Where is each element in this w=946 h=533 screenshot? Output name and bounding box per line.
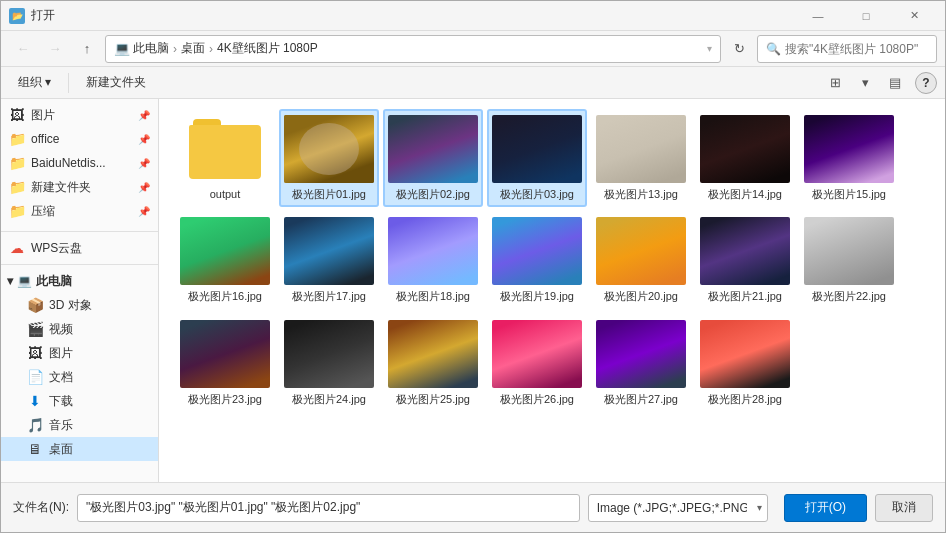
file-item-row3-2[interactable]: 极光图片24.jpg xyxy=(279,314,379,412)
folder-icon xyxy=(189,119,261,179)
folder-body xyxy=(189,125,261,179)
sidebar-computer-header[interactable]: ▾ 💻 此电脑 xyxy=(1,269,158,293)
forward-button[interactable]: → xyxy=(41,35,69,63)
address-dropdown-icon: ▾ xyxy=(707,43,712,54)
view-pane-button[interactable]: ▤ xyxy=(881,71,909,95)
image-thumbnail-r3 xyxy=(388,320,478,388)
view-dropdown-button[interactable]: ▾ xyxy=(851,71,879,95)
file-item-row3-5[interactable]: 极光图片27.jpg xyxy=(591,314,691,412)
refresh-button[interactable]: ↻ xyxy=(725,35,753,63)
new-folder-button[interactable]: 新建文件夹 xyxy=(77,71,155,95)
downloads-icon: ⬇ xyxy=(27,393,43,409)
file-label: 极光图片13.jpg xyxy=(604,187,678,201)
computer-icon: 💻 xyxy=(17,274,32,288)
filetype-select[interactable]: Image (*.JPG;*.JPEG;*.PNG;*.* xyxy=(588,494,768,522)
file-item-jiguang19[interactable]: 极光图片19.jpg xyxy=(487,211,587,309)
window-controls: — □ ✕ xyxy=(795,1,937,31)
expand-icon: ▾ xyxy=(7,274,13,288)
action-buttons: 打开(O) 取消 xyxy=(784,494,933,522)
newfolder-icon: 📁 xyxy=(9,179,25,195)
maximize-button[interactable]: □ xyxy=(843,1,889,31)
sidebar-item-wps[interactable]: ☁ WPS云盘 xyxy=(1,236,158,260)
pin-icon-3: 📌 xyxy=(138,158,150,169)
file-label: 极光图片15.jpg xyxy=(812,187,886,201)
file-label: 极光图片18.jpg xyxy=(396,289,470,303)
image-thumbnail-19 xyxy=(492,217,582,285)
sidebar-item-office[interactable]: 📁 office 📌 xyxy=(1,127,158,151)
file-item-row3-3[interactable]: 极光图片25.jpg xyxy=(383,314,483,412)
filename-label: 文件名(N): xyxy=(13,499,69,516)
sidebar-item-desktop[interactable]: 🖥 桌面 xyxy=(1,437,158,461)
search-box: 🔍 xyxy=(757,35,937,63)
title-bar-left: 📂 打开 xyxy=(9,7,55,24)
sidebar-item-newfolder[interactable]: 📁 新建文件夹 📌 xyxy=(1,175,158,199)
minimize-button[interactable]: — xyxy=(795,1,841,31)
wps-icon: ☁ xyxy=(9,240,25,256)
close-button[interactable]: ✕ xyxy=(891,1,937,31)
file-label: 极光图片03.jpg xyxy=(500,187,574,201)
file-item-jiguang13[interactable]: 极光图片13.jpg xyxy=(591,109,691,207)
file-item-jiguang20[interactable]: 极光图片20.jpg xyxy=(591,211,691,309)
file-label: 极光图片20.jpg xyxy=(604,289,678,303)
file-item-jiguang21[interactable]: 极光图片21.jpg xyxy=(695,211,795,309)
file-item-jiguang02[interactable]: 极光图片02.jpg xyxy=(383,109,483,207)
view-icon-button[interactable]: ⊞ xyxy=(821,71,849,95)
baidu-icon: 📁 xyxy=(9,155,25,171)
bottom-bar: 文件名(N): Image (*.JPG;*.JPEG;*.PNG;*.* 打开… xyxy=(1,482,945,532)
sidebar-item-music[interactable]: 🎵 音乐 xyxy=(1,413,158,437)
file-item-row3-6[interactable]: 极光图片28.jpg xyxy=(695,314,795,412)
file-grid: output 极光图片01.jpg 极光图片02.jpg xyxy=(159,99,945,482)
cancel-button[interactable]: 取消 xyxy=(875,494,933,522)
file-item-jiguang01[interactable]: 极光图片01.jpg xyxy=(279,109,379,207)
open-button[interactable]: 打开(O) xyxy=(784,494,867,522)
image-thumbnail-r1 xyxy=(180,320,270,388)
file-item-jiguang03[interactable]: 极光图片03.jpg xyxy=(487,109,587,207)
address-bar[interactable]: 💻 此电脑 › 桌面 › 4K壁纸图片 1080P ▾ xyxy=(105,35,721,63)
sidebar-item-pictures2[interactable]: 🖼 图片 xyxy=(1,341,158,365)
image-thumbnail-18 xyxy=(388,217,478,285)
file-item-output[interactable]: output xyxy=(175,109,275,207)
file-item-jiguang18[interactable]: 极光图片18.jpg xyxy=(383,211,483,309)
file-label: 极光图片01.jpg xyxy=(292,187,366,201)
image-thumbnail-14 xyxy=(700,115,790,183)
file-item-row3-1[interactable]: 极光图片23.jpg xyxy=(175,314,275,412)
pin-icon-2: 📌 xyxy=(138,134,150,145)
sidebar-item-label: BaiduNetdis... xyxy=(31,156,106,170)
sidebar-item-downloads[interactable]: ⬇ 下载 xyxy=(1,389,158,413)
sidebar-item-documents[interactable]: 📄 文档 xyxy=(1,365,158,389)
back-button[interactable]: ← xyxy=(9,35,37,63)
sidebar-item-video[interactable]: 🎬 视频 xyxy=(1,317,158,341)
file-item-jiguang16[interactable]: 极光图片16.jpg xyxy=(175,211,275,309)
new-folder-label: 新建文件夹 xyxy=(86,74,146,91)
file-item-jiguang17[interactable]: 极光图片17.jpg xyxy=(279,211,379,309)
search-icon: 🔍 xyxy=(766,42,781,56)
pictures-icon: 🖼 xyxy=(9,107,25,123)
file-item-jiguang22[interactable]: 极光图片22.jpg xyxy=(799,211,899,309)
address-computer: 💻 此电脑 xyxy=(114,40,169,57)
pin-icon-5: 📌 xyxy=(138,206,150,217)
sidebar-item-baidu[interactable]: 📁 BaiduNetdis... 📌 xyxy=(1,151,158,175)
file-label: 极光图片19.jpg xyxy=(500,289,574,303)
image-thumbnail-02 xyxy=(388,115,478,183)
sidebar-item-compress[interactable]: 📁 压缩 📌 xyxy=(1,199,158,223)
address-folder: 4K壁纸图片 1080P xyxy=(217,40,318,57)
sidebar-item-pictures[interactable]: 🖼 图片 📌 xyxy=(1,103,158,127)
search-input[interactable] xyxy=(785,42,928,56)
sidebar-item-label: 此电脑 xyxy=(36,273,72,290)
file-label: 极光图片28.jpg xyxy=(708,392,782,406)
image-thumbnail-r6 xyxy=(700,320,790,388)
file-label: 极光图片14.jpg xyxy=(708,187,782,201)
address-desktop: 桌面 xyxy=(181,40,205,57)
filename-input[interactable] xyxy=(77,494,580,522)
file-item-row3-4[interactable]: 极光图片26.jpg xyxy=(487,314,587,412)
pin-icon-4: 📌 xyxy=(138,182,150,193)
sidebar-item-3d[interactable]: 📦 3D 对象 xyxy=(1,293,158,317)
file-item-jiguang15[interactable]: 极光图片15.jpg xyxy=(799,109,899,207)
organize-button[interactable]: 组织 ▾ xyxy=(9,71,60,95)
up-button[interactable]: ↑ xyxy=(73,35,101,63)
file-item-jiguang14[interactable]: 极光图片14.jpg xyxy=(695,109,795,207)
sidebar-item-label: 图片 xyxy=(31,107,55,124)
help-button[interactable]: ? xyxy=(915,72,937,94)
command-toolbar: 组织 ▾ 新建文件夹 ⊞ ▾ ▤ ? xyxy=(1,67,945,99)
divider-1 xyxy=(1,231,158,232)
